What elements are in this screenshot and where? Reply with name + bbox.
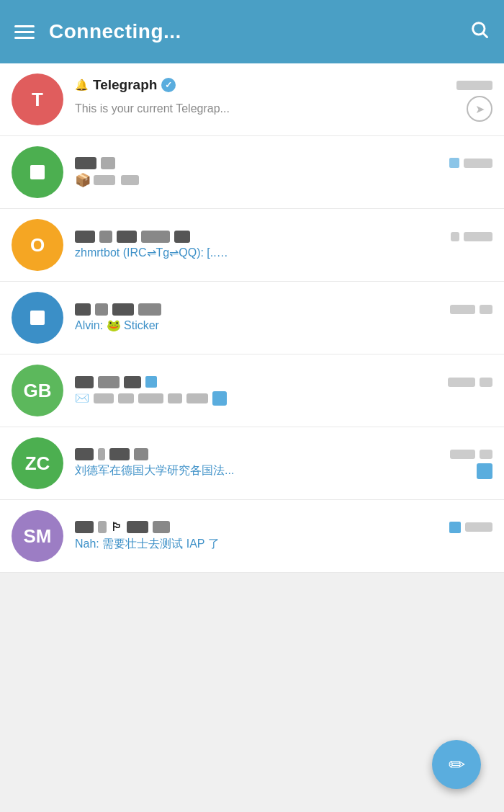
chat-top-row [75, 231, 492, 243]
chat-meta [450, 450, 492, 459]
name-blur [124, 376, 141, 388]
name-blur [75, 376, 94, 388]
preview-blur [94, 393, 114, 403]
menu-button[interactable] [14, 25, 35, 39]
preview-blur [168, 393, 182, 403]
chat-name [75, 376, 157, 388]
chat-list: T 🔔 Telegraph This is your current Teleg… [0, 63, 504, 573]
chat-preview: Alvin: 🐸 Sticker [75, 318, 492, 332]
preview-emoji: ✉️ [75, 391, 89, 405]
name-blur [174, 231, 190, 243]
preview-row: 刘德军在德国大学研究各国法... [75, 463, 492, 479]
time-blur [448, 378, 475, 387]
chat-top-row [75, 157, 492, 169]
preview-blur [94, 175, 115, 185]
time-blur [464, 232, 492, 241]
list-item[interactable]: SM 🏳 Nah: 需要壮士去测试 IAP 了 [0, 500, 504, 573]
name-blur [75, 231, 95, 243]
name-blur [75, 448, 94, 460]
preview-blur [121, 175, 139, 185]
chat-content: 📦 [75, 157, 492, 188]
list-item[interactable]: T 🔔 Telegraph This is your current Teleg… [0, 63, 504, 136]
chat-meta [456, 81, 492, 90]
chat-meta [449, 158, 492, 168]
time-blur [456, 81, 492, 90]
name-blur [95, 303, 108, 316]
avatar: T [12, 73, 63, 125]
topbar: Connecting... [0, 0, 504, 63]
chat-content: 🏳 Nah: 需要壮士去测试 IAP 了 [75, 521, 492, 552]
chat-top-row [75, 448, 492, 460]
preview-blur [186, 393, 208, 403]
chat-preview: Nah: 需要壮士去测试 IAP 了 [75, 537, 492, 552]
time-blur [451, 232, 459, 241]
square-icon [30, 311, 45, 325]
name-blur [98, 376, 120, 388]
compose-fab[interactable]: ✏ [432, 740, 481, 789]
name-blur [138, 303, 161, 316]
square-icon [30, 165, 45, 179]
name-blur [109, 448, 130, 460]
chat-preview: zhmrtbot (IRC⇌Tg⇌QQ): [..… [75, 246, 492, 259]
chat-top-row [75, 376, 492, 388]
avatar: GB [12, 365, 63, 416]
list-item[interactable]: ZC 刘德军在德国大学研究各国法... [0, 427, 504, 500]
time-blur [480, 450, 492, 459]
chat-name: 🔔 Telegraph [75, 77, 176, 93]
name-blur [101, 157, 115, 169]
preview-blur [138, 393, 163, 403]
search-button[interactable] [469, 19, 490, 45]
chat-top-row [75, 303, 492, 316]
topbar-title: Connecting... [49, 20, 455, 43]
preview-row: ✉️ [75, 391, 492, 406]
forward-icon: ➤ [467, 96, 492, 122]
chat-name [75, 231, 190, 243]
chat-content: ✉️ [75, 376, 492, 406]
list-item[interactable]: O zhmrtbot (IRC⇌Tg⇌QQ): [..… [0, 209, 504, 282]
chat-content: Alvin: 🐸 Sticker [75, 303, 492, 332]
chat-content: zhmrtbot (IRC⇌Tg⇌QQ): [..… [75, 231, 492, 259]
preview-blur [118, 393, 134, 403]
time-blur [465, 522, 492, 532]
indicator [145, 376, 157, 388]
chat-meta [451, 232, 492, 241]
indicator [449, 522, 461, 533]
unread-indicator [449, 158, 459, 168]
chat-top-row: 🔔 Telegraph [75, 77, 492, 93]
chat-name [75, 448, 148, 460]
verified-badge [161, 78, 176, 92]
chat-meta [449, 522, 492, 533]
unread-icon [212, 391, 227, 406]
list-item[interactable]: Alvin: 🐸 Sticker [0, 282, 504, 354]
chat-top-row: 🏳 [75, 521, 492, 534]
chat-meta [450, 305, 492, 314]
time-blur [464, 159, 492, 168]
avatar: O [12, 219, 63, 271]
list-item[interactable]: GB ✉️ [0, 354, 504, 427]
name-blur [134, 448, 148, 460]
name-blur [98, 521, 107, 533]
time-blur [450, 305, 475, 314]
name-blur [75, 521, 94, 533]
name-blur [112, 303, 134, 316]
name-blur [75, 303, 91, 316]
list-item[interactable]: 📦 [0, 136, 504, 209]
avatar [12, 292, 63, 344]
preview-emoji: 📦 [75, 172, 91, 188]
unread-icon [477, 463, 492, 479]
chat-content: 🔔 Telegraph This is your current Telegra… [75, 77, 492, 122]
name-blur [117, 231, 137, 243]
avatar: SM [12, 510, 63, 562]
chat-preview: 刘德军在德国大学研究各国法... [75, 463, 472, 478]
chat-name [75, 157, 115, 169]
name-blur [99, 231, 112, 243]
name-blur [127, 521, 148, 533]
name-blur [98, 448, 105, 460]
chat-preview: This is your current Telegrap... [75, 102, 230, 115]
chat-name [75, 303, 161, 316]
time-blur [480, 305, 492, 314]
time-blur [450, 450, 475, 459]
svg-line-1 [483, 33, 487, 37]
avatar: ZC [12, 437, 63, 489]
name-blur [75, 157, 96, 169]
